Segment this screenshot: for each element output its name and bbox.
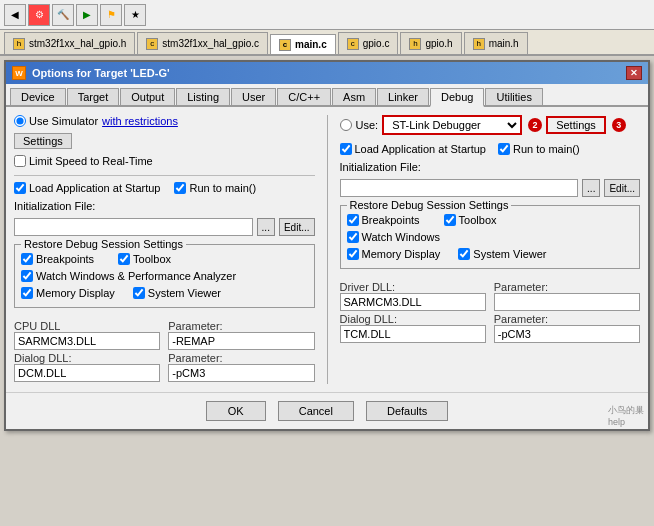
left-breakpoints-checkbox[interactable] bbox=[21, 253, 33, 265]
limit-speed-text: Limit Speed to Real-Time bbox=[29, 155, 153, 167]
left-load-app-checkbox[interactable] bbox=[14, 182, 26, 194]
tab-main-c[interactable]: c main.c bbox=[270, 34, 336, 56]
debug-button[interactable]: ⚑ bbox=[100, 4, 122, 26]
right-breakpoints-checkbox[interactable] bbox=[347, 214, 359, 226]
left-load-app-label[interactable]: Load Application at Startup bbox=[14, 182, 160, 194]
tab-stm32-hal-gpio-c[interactable]: c stm32f1xx_hal_gpio.c bbox=[137, 32, 268, 54]
tab-bar: h stm32f1xx_hal_gpio.h c stm32f1xx_hal_g… bbox=[0, 30, 654, 56]
left-dots-button[interactable]: ... bbox=[257, 218, 275, 236]
right-dots-button[interactable]: ... bbox=[582, 179, 600, 197]
right-system-viewer-checkbox[interactable] bbox=[458, 248, 470, 260]
tab-cc[interactable]: C/C++ bbox=[277, 88, 331, 105]
limit-speed-label[interactable]: Limit Speed to Real-Time bbox=[14, 155, 153, 167]
tab-user[interactable]: User bbox=[231, 88, 276, 105]
tab-icon-gpio-c: c bbox=[347, 38, 359, 50]
toolbar: ◀ ⚙ 🔨 ▶ ⚑ ★ bbox=[0, 0, 654, 30]
right-driver-dll-param-input[interactable] bbox=[494, 293, 640, 311]
cancel-button[interactable]: Cancel bbox=[278, 401, 354, 421]
left-memory-display-checkbox[interactable] bbox=[21, 287, 33, 299]
right-dialog-dll-input[interactable] bbox=[340, 325, 486, 343]
right-edit-button[interactable]: Edit... bbox=[604, 179, 640, 197]
tab-debug[interactable]: Debug bbox=[430, 88, 484, 107]
tab-asm[interactable]: Asm bbox=[332, 88, 376, 105]
left-run-to-main-label[interactable]: Run to main() bbox=[174, 182, 256, 194]
right-memory-display-checkbox[interactable] bbox=[347, 248, 359, 260]
tab-target[interactable]: Target bbox=[67, 88, 120, 105]
right-breakpoints-label[interactable]: Breakpoints bbox=[347, 214, 420, 226]
build-button[interactable]: 🔨 bbox=[52, 4, 74, 26]
left-dialog-dll-label: Dialog DLL: bbox=[14, 352, 71, 364]
left-dialog-dll-param-input[interactable] bbox=[168, 364, 314, 382]
left-dialog-dll-param-col: Parameter: bbox=[168, 352, 314, 382]
left-bp-toolbox-row: Breakpoints Toolbox bbox=[21, 253, 308, 265]
tab-icon-main-h: h bbox=[473, 38, 485, 50]
left-cpu-dll-param-input[interactable] bbox=[168, 332, 314, 350]
limit-speed-row: Limit Speed to Real-Time bbox=[14, 155, 315, 167]
left-breakpoints-label[interactable]: Breakpoints bbox=[21, 253, 94, 265]
right-settings-button[interactable]: Settings bbox=[546, 116, 606, 134]
tab-main-h[interactable]: h main.h bbox=[464, 32, 528, 54]
right-load-app-label[interactable]: Load Application at Startup bbox=[340, 143, 486, 155]
right-toolbox-checkbox[interactable] bbox=[444, 214, 456, 226]
tab-gpio-h[interactable]: h gpio.h bbox=[400, 32, 461, 54]
left-settings-button[interactable]: Settings bbox=[14, 133, 72, 149]
panel-divider bbox=[327, 115, 328, 384]
left-cpu-dll-input[interactable] bbox=[14, 332, 160, 350]
right-init-file-label-row: Initialization File: bbox=[340, 161, 641, 173]
right-memory-display-label[interactable]: Memory Display bbox=[347, 248, 441, 260]
left-cpu-dll-row: CPU DLL Parameter: bbox=[14, 320, 315, 350]
left-system-viewer-checkbox[interactable] bbox=[133, 287, 145, 299]
limit-speed-checkbox[interactable] bbox=[14, 155, 26, 167]
left-system-viewer-label[interactable]: System Viewer bbox=[133, 287, 221, 299]
left-init-file-input[interactable] bbox=[14, 218, 253, 236]
tab-device[interactable]: Device bbox=[10, 88, 66, 105]
load-button[interactable]: ▶ bbox=[76, 4, 98, 26]
left-dialog-dll-input[interactable] bbox=[14, 364, 160, 382]
tab-listing[interactable]: Listing bbox=[176, 88, 230, 105]
right-run-to-main-checkbox[interactable] bbox=[498, 143, 510, 155]
tab-stm32-hal-gpio-h[interactable]: h stm32f1xx_hal_gpio.h bbox=[4, 32, 135, 54]
left-restore-group: Restore Debug Session Settings Breakpoin… bbox=[14, 244, 315, 308]
right-debugger-dropdown[interactable]: ST-Link Debugger bbox=[382, 115, 522, 135]
right-load-run-row: Load Application at Startup Run to main(… bbox=[340, 143, 641, 155]
tab-label-stm32-hal-gpio-c: stm32f1xx_hal_gpio.c bbox=[162, 38, 259, 49]
right-watch-windows-checkbox[interactable] bbox=[347, 231, 359, 243]
right-restore-group-content: Breakpoints Toolbox Watch Windows bbox=[347, 214, 634, 262]
tab-label-gpio-h: gpio.h bbox=[425, 38, 452, 49]
right-system-viewer-label[interactable]: System Viewer bbox=[458, 248, 546, 260]
use-simulator-radio-label[interactable]: Use Simulator bbox=[14, 115, 98, 127]
tab-output[interactable]: Output bbox=[120, 88, 175, 105]
extra-button[interactable]: ★ bbox=[124, 4, 146, 26]
tab-icon-gpio-h: h bbox=[409, 38, 421, 50]
with-restrictions-link[interactable]: with restrictions bbox=[102, 115, 178, 127]
right-panel: Use: ST-Link Debugger 2 Settings 3 Load … bbox=[340, 115, 641, 384]
right-load-app-checkbox[interactable] bbox=[340, 143, 352, 155]
right-watch-windows-label[interactable]: Watch Windows bbox=[347, 231, 440, 243]
left-watch-windows-checkbox[interactable] bbox=[21, 270, 33, 282]
ok-button[interactable]: OK bbox=[206, 401, 266, 421]
left-watch-windows-label[interactable]: Watch Windows & Performance Analyzer bbox=[21, 270, 236, 282]
tab-utilities[interactable]: Utilities bbox=[485, 88, 542, 105]
tab-gpio-c[interactable]: c gpio.c bbox=[338, 32, 399, 54]
right-watch-row: Watch Windows bbox=[347, 231, 634, 243]
right-toolbox-label[interactable]: Toolbox bbox=[444, 214, 497, 226]
right-use-radio[interactable] bbox=[340, 119, 352, 131]
right-init-file-input[interactable] bbox=[340, 179, 579, 197]
left-memory-display-label[interactable]: Memory Display bbox=[21, 287, 115, 299]
right-driver-dll-input[interactable] bbox=[340, 293, 486, 311]
tools-button[interactable]: ⚙ bbox=[28, 4, 50, 26]
left-toolbox-label[interactable]: Toolbox bbox=[118, 253, 171, 265]
left-run-to-main-checkbox[interactable] bbox=[174, 182, 186, 194]
right-dll-section: Driver DLL: Parameter: Dialog DLL: Param… bbox=[340, 281, 641, 345]
right-run-to-main-label[interactable]: Run to main() bbox=[498, 143, 580, 155]
defaults-button[interactable]: Defaults bbox=[366, 401, 448, 421]
tab-linker[interactable]: Linker bbox=[377, 88, 429, 105]
use-simulator-radio[interactable] bbox=[14, 115, 26, 127]
window-close-button[interactable]: ✕ bbox=[626, 66, 642, 80]
left-edit-button[interactable]: Edit... bbox=[279, 218, 315, 236]
left-toolbox-checkbox[interactable] bbox=[118, 253, 130, 265]
right-dialog-dll-param-input[interactable] bbox=[494, 325, 640, 343]
back-button[interactable]: ◀ bbox=[4, 4, 26, 26]
options-dialog: W Options for Target 'LED-G' ✕ Device Ta… bbox=[4, 60, 650, 431]
left-memory-sys-row: Memory Display System Viewer bbox=[21, 287, 308, 299]
